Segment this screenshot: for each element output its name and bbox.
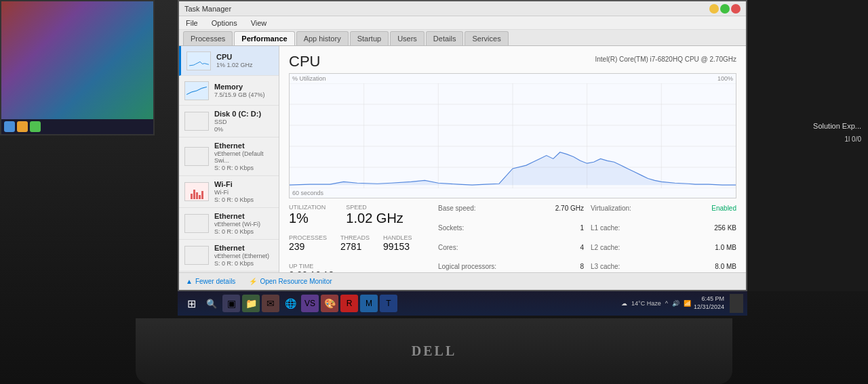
start-button[interactable]: ⊞ [182, 294, 201, 313]
tab-startup[interactable]: Startup [350, 31, 389, 45]
menu-view[interactable]: View [248, 18, 270, 28]
taskbar-red-icon[interactable]: R [340, 295, 358, 312]
wifi-thumbnail [184, 182, 209, 201]
show-desktop-button[interactable] [730, 294, 743, 313]
taskbar-paint-icon[interactable]: 🎨 [321, 295, 338, 312]
clock-time: 6:45 PM [694, 295, 724, 303]
clock-date: 12/31/2024 [694, 303, 724, 312]
fewer-details-label: Fewer details [195, 278, 235, 285]
sidebar-item-memory[interactable]: Memory 7.5/15.9 GB (47%) [179, 76, 279, 106]
tab-app-history[interactable]: App history [296, 31, 349, 45]
search-button[interactable]: 🔍 [203, 295, 220, 312]
cpu-graph-svg [290, 83, 736, 188]
main-panel: CPU Intel(R) Core(TM) i7-6820HQ CPU @ 2.… [279, 46, 746, 272]
wifi-bar3 [196, 192, 198, 199]
laptop-bottom-frame: DELL [136, 318, 732, 384]
stat-logical-label: Logical processors: [438, 263, 496, 272]
eth2-sidebar-sub2: S: 0 R: 0 Kbps [214, 228, 273, 235]
taskbar-vs-icon[interactable]: VS [301, 295, 319, 312]
weather-icon: ☁ [621, 300, 627, 307]
disk-sidebar-info: Disk 0 (C: D:) SSD 0% [214, 110, 273, 133]
cpu-main-title: CPU [289, 53, 320, 70]
processes-value: 239 [289, 241, 327, 252]
wifi-sidebar-title: Wi-Fi [214, 180, 273, 188]
taskbar-multitask-icon[interactable]: ▣ [222, 295, 240, 312]
stat-l1-val: 256 KB [714, 224, 736, 241]
sidebar-item-ethernet2[interactable]: Ethernet vEthernet (Wi-Fi) S: 0 R: 0 Kbp… [179, 208, 279, 240]
left-taskbar-icon [4, 121, 15, 132]
cpu-sidebar-sub: 1% 1.02 GHz [216, 62, 273, 68]
wifi-bar4 [199, 195, 201, 199]
sidebar-item-disk[interactable]: Disk 0 (C: D:) SSD 0% [179, 106, 279, 137]
eth3-sidebar-sub2: S: 0 R: 0 Kbps [214, 260, 273, 267]
menu-file[interactable]: File [183, 18, 201, 28]
left-monitor-content [1, 1, 153, 134]
stat-l2-val: 1.0 MB [715, 244, 736, 261]
tab-users[interactable]: Users [390, 31, 425, 45]
weather-text: 14°C Haze [631, 300, 661, 307]
right-text2: 1l 0/0 [845, 135, 861, 143]
stat-sockets: Sockets: 1 [438, 223, 584, 242]
disk-sidebar-sub2: 0% [214, 126, 273, 133]
stat-cores: Cores: 4 [438, 243, 584, 261]
taskbar-app8-icon[interactable]: M [360, 295, 378, 312]
fewer-details-link[interactable]: ▲ Fewer details [186, 278, 235, 285]
sidebar-item-ethernet1[interactable]: Ethernet vEthernet (Default Swi... S: 0 … [179, 137, 279, 176]
eth2-sidebar-title: Ethernet [214, 212, 273, 220]
tab-performance[interactable]: Performance [234, 31, 294, 45]
sidebar-item-cpu[interactable]: CPU 1% 1.02 GHz [179, 46, 279, 76]
taskbar-chrome-icon[interactable]: 🌐 [281, 295, 299, 312]
wifi-sidebar-sub1: Wi-Fi [214, 189, 273, 196]
minimize-button[interactable] [709, 4, 719, 14]
menu-options[interactable]: Options [209, 18, 240, 28]
left-taskbar-icon3 [30, 121, 41, 132]
eth2-sidebar-sub1: vEthernet (Wi-Fi) [214, 221, 273, 228]
tab-processes[interactable]: Processes [183, 31, 233, 45]
wifi-chart [185, 183, 208, 200]
graph-time-label: 60 seconds [292, 190, 323, 196]
taskbar-clock[interactable]: 6:45 PM 12/31/2024 [694, 295, 724, 311]
stat-base-speed-label: Base speed: [438, 205, 476, 221]
cpu-header-row: CPU Intel(R) Core(TM) i7-6820HQ CPU @ 2.… [289, 53, 736, 70]
threads-label: Threads [340, 234, 370, 241]
content-area: CPU 1% 1.02 GHz Memory 7.5/15.9 GB ( [179, 46, 746, 272]
sidebar-item-wifi[interactable]: Wi-Fi Wi-Fi S: 0 R: 0 Kbps [179, 176, 279, 208]
stat-cores-val: 4 [580, 244, 584, 261]
sidebar: CPU 1% 1.02 GHz Memory 7.5/15.9 GB ( [179, 46, 279, 272]
memory-sidebar-info: Memory 7.5/15.9 GB (47%) [214, 83, 273, 98]
open-resource-monitor-link[interactable]: ⚡ Open Resource Monitor [249, 278, 332, 285]
tab-services[interactable]: Services [465, 31, 508, 45]
eth1-sidebar-sub1: vEthernet (Default Swi... [214, 150, 273, 164]
network-icon[interactable]: 📶 [684, 300, 691, 307]
disk-thumbnail [184, 112, 209, 131]
disk-sidebar-sub1: SSD [214, 119, 273, 125]
disk-sidebar-title: Disk 0 (C: D:) [214, 110, 273, 118]
stat-l3-val: 8.0 MB [715, 263, 736, 272]
process-threads-handles-row: Processes 239 Threads 2781 Handles 99153 [289, 234, 425, 252]
wifi-sidebar-sub2: S: 0 R: 0 Kbps [214, 196, 273, 203]
wifi-bar2 [193, 190, 195, 199]
stat-virtualization: Virtualization: Enabled [591, 204, 736, 222]
left-monitor-taskbar [1, 119, 153, 134]
close-button[interactable] [731, 4, 741, 14]
stat-l3-label: L3 cache: [591, 263, 620, 272]
window-controls [709, 4, 741, 14]
eth2-thumbnail [184, 214, 209, 233]
taskbar-folder-icon[interactable]: 📁 [242, 295, 260, 312]
left-monitor [0, 0, 155, 135]
handles-label: Handles [383, 234, 412, 241]
right-text1: Solution Exp... [813, 122, 861, 130]
stat-l3: L3 cache: 8.0 MB [591, 262, 736, 272]
stat-cores-label: Cores: [438, 244, 458, 261]
right-dark-panel: Solution Exp... 1l 0/0 [747, 0, 868, 291]
taskbar-app9-icon[interactable]: T [380, 295, 397, 312]
sidebar-item-ethernet3[interactable]: Ethernet vEthernet (Ethernet) S: 0 R: 0 … [179, 240, 279, 272]
tab-details[interactable]: Details [426, 31, 464, 45]
maximize-button[interactable] [720, 4, 730, 14]
stat-l2: L2 cache: 1.0 MB [591, 243, 736, 261]
uptime-block: Up time 0:00:16:18 [289, 263, 425, 272]
cpu-model: Intel(R) Core(TM) i7-6820HQ CPU @ 2.70GH… [595, 56, 736, 63]
taskbar-email-icon[interactable]: ✉ [262, 295, 279, 312]
chevron-up-icon: ▲ [186, 278, 193, 285]
speaker-icon[interactable]: 🔊 [672, 300, 679, 307]
